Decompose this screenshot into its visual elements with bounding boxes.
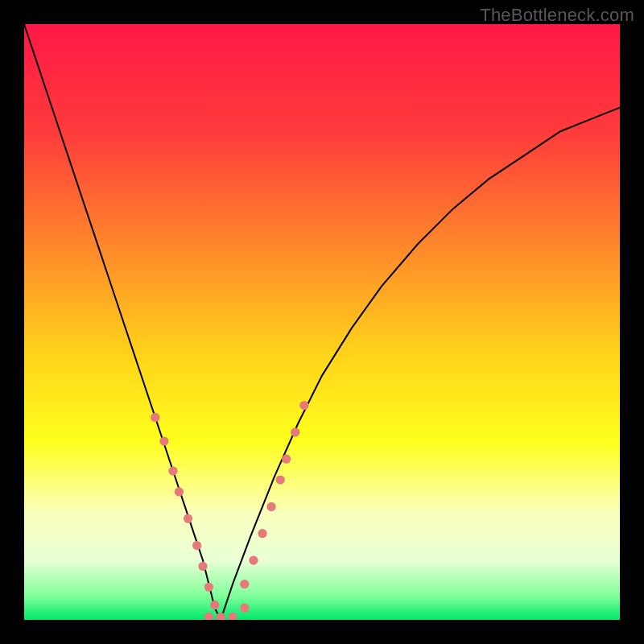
left-branch-dotted-overlay-dot bbox=[204, 583, 213, 592]
left-branch-dotted-overlay-dot bbox=[159, 436, 168, 445]
right-branch-dotted-overlay-dot bbox=[266, 502, 275, 511]
left-branch-dotted-overlay-dot bbox=[175, 487, 184, 496]
left-branch-dotted-overlay-dot bbox=[168, 466, 177, 475]
right-branch-dotted-overlay-dot bbox=[258, 529, 266, 538]
chart-container: TheBottleneck.com bbox=[0, 0, 644, 644]
valley-dotted-overlay-dot bbox=[240, 604, 249, 613]
plot-area bbox=[24, 24, 620, 620]
left-branch-dotted-overlay-dot bbox=[192, 541, 201, 550]
left-branch-dotted-overlay-dot bbox=[184, 514, 192, 523]
valley-dotted-overlay-dot bbox=[228, 613, 237, 620]
left-branch-main bbox=[24, 24, 221, 620]
curve-layer bbox=[24, 24, 620, 620]
left-branch-dotted-overlay-dot bbox=[198, 562, 207, 571]
right-branch-dotted-overlay-dot bbox=[282, 455, 291, 464]
right-branch-dotted-overlay-dot bbox=[276, 475, 285, 484]
left-branch-dotted-overlay-dot bbox=[210, 601, 219, 609]
right-branch-dotted-overlay-dot bbox=[249, 555, 258, 564]
right-branch-main bbox=[221, 108, 620, 620]
right-branch-dotted-overlay-dot bbox=[291, 427, 299, 436]
watermark-text: TheBottleneck.com bbox=[480, 5, 634, 26]
valley-dotted-overlay-dot bbox=[204, 613, 213, 620]
left-branch-dotted-overlay-dot bbox=[151, 413, 159, 422]
right-branch-dotted-overlay-dot bbox=[299, 401, 308, 410]
right-branch-dotted-overlay-dot bbox=[240, 580, 249, 588]
